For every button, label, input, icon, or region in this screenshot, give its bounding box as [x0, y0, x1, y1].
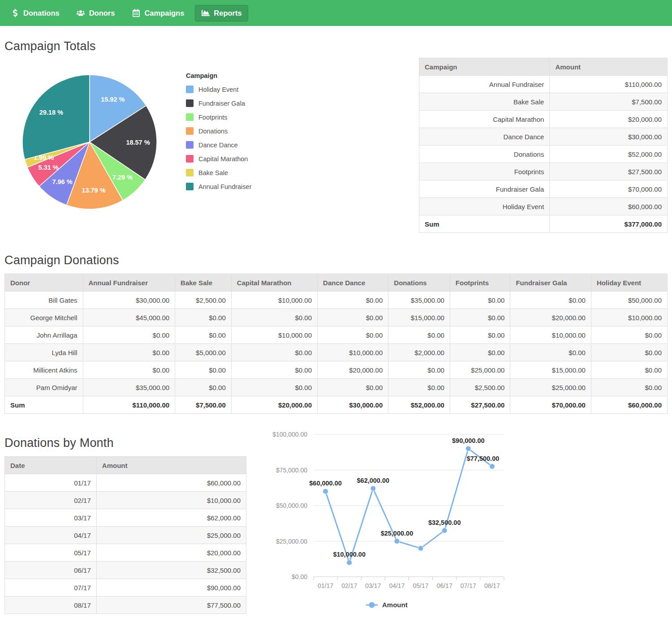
table-cell: $0.00 — [591, 326, 667, 344]
data-label: $25,000.00 — [381, 530, 414, 537]
table-cell: $0.00 — [450, 326, 510, 344]
data-label: $77,500.00 — [467, 455, 500, 462]
legend-swatch — [186, 141, 194, 149]
x-axis-label: 07/17 — [461, 582, 476, 589]
legend-item-dance-dance[interactable]: Dance Dance — [186, 141, 252, 149]
donations-by-month-title: Donations by Month — [4, 436, 246, 450]
table-cell: $2,500.00 — [450, 379, 510, 396]
column-header-date: Date — [5, 457, 97, 474]
table-cell: $7,500.00 — [175, 396, 232, 414]
pie-slice-label: 29.18 % — [39, 109, 63, 116]
data-point-07-17[interactable] — [465, 446, 471, 451]
table-row: 03/17$62,000.00 — [5, 509, 246, 527]
nav-item-donors[interactable]: Donors — [70, 5, 121, 21]
data-label: $90,000.00 — [452, 437, 485, 444]
table-cell: Holiday Event — [419, 198, 550, 215]
legend-swatch — [186, 183, 194, 190]
table-row: 06/17$32,500.00 — [5, 562, 246, 579]
table-row: 08/17$77,500.00 — [5, 596, 246, 614]
table-cell: 03/17 — [5, 509, 97, 527]
legend-item-capital-marathon[interactable]: Capital Marathon — [186, 155, 252, 163]
table-cell: $2,000.00 — [388, 344, 450, 361]
line-legend-marker-dot — [369, 602, 375, 608]
table-cell: Dance Dance — [419, 128, 550, 146]
table-cell: $32,500.00 — [96, 562, 246, 579]
legend-swatch — [186, 155, 194, 163]
dollar-icon — [11, 9, 19, 17]
table-cell: 06/17 — [5, 562, 97, 579]
campaign-donations-table: DonorAnnual FundraiserBake SaleCapital M… — [4, 274, 668, 414]
legend-item-annual-fundraiser[interactable]: Annual Fundraiser — [186, 183, 252, 190]
data-point-02-17[interactable] — [347, 560, 352, 565]
data-point-01-17[interactable] — [323, 489, 328, 494]
table-cell: $25,000.00 — [450, 361, 510, 379]
y-axis-label: $100,000.00 — [272, 431, 307, 438]
area-chart-icon — [201, 9, 210, 17]
legend-label: Annual Fundraiser — [198, 183, 252, 190]
table-cell: $10,000.00 — [231, 326, 317, 344]
legend-item-donations[interactable]: Donations — [186, 127, 252, 135]
table-cell: $35,000.00 — [83, 379, 175, 396]
table-cell: John Arrillaga — [5, 326, 83, 344]
table-row: Millicent Atkins$0.00$0.00$0.00$20,000.0… — [5, 361, 668, 379]
table-cell: $0.00 — [175, 361, 232, 379]
legend-item-footprints[interactable]: Footprints — [186, 113, 252, 121]
legend-item-holiday-event[interactable]: Holiday Event — [186, 86, 252, 93]
table-cell: $110,000.00 — [550, 76, 668, 93]
table-cell: $0.00 — [318, 309, 388, 326]
pie-slice-label: 5.31 % — [39, 164, 59, 171]
legend-swatch — [186, 169, 194, 176]
table-cell: $7,500.00 — [550, 93, 668, 111]
sum-label: Sum — [419, 215, 550, 233]
table-cell: $27,500.00 — [550, 163, 668, 180]
legend-swatch — [186, 113, 194, 121]
table-cell: $62,000.00 — [96, 509, 246, 527]
table-cell: Donations — [419, 146, 550, 163]
table-cell: $52,000.00 — [388, 396, 450, 414]
data-point-06-17[interactable] — [442, 528, 447, 533]
nav-item-donations[interactable]: Donations — [4, 5, 66, 21]
table-cell: Sum — [5, 396, 83, 414]
donations-by-month-section: Donations by Month Date Amount 01/17$60,… — [4, 436, 668, 622]
data-label: $60,000.00 — [309, 480, 342, 487]
campaign-donations-title: Campaign Donations — [4, 253, 668, 267]
legend-swatch — [186, 86, 194, 93]
sum-value: $377,000.00 — [550, 215, 668, 233]
table-cell: $10,000.00 — [318, 344, 388, 361]
y-axis-label: $0.00 — [292, 573, 307, 580]
data-point-05-17[interactable] — [418, 545, 423, 551]
pie-slice-label: 15.92 % — [101, 96, 125, 103]
table-cell: $0.00 — [450, 292, 510, 309]
legend-item-fundraiser-gala[interactable]: Fundraiser Gala — [186, 99, 252, 107]
data-point-08-17[interactable] — [489, 464, 495, 469]
column-header: Donor — [5, 274, 83, 292]
pie-slice-label: 13.79 % — [82, 187, 105, 194]
table-cell: $25,000.00 — [96, 527, 246, 544]
line-legend-label[interactable]: Amount — [382, 601, 408, 609]
legend-label: Donations — [198, 128, 228, 135]
pie-slice-label: 18.57 % — [126, 139, 150, 146]
table-cell: $52,000.00 — [550, 146, 668, 163]
legend-label: Holiday Event — [198, 86, 238, 93]
data-label: $62,000.00 — [357, 477, 390, 484]
nav-item-reports[interactable]: Reports — [195, 5, 248, 21]
table-cell: $10,000.00 — [510, 326, 591, 344]
table-cell: $0.00 — [231, 309, 317, 326]
data-point-04-17[interactable] — [394, 539, 400, 544]
data-point-03-17[interactable] — [370, 486, 376, 491]
table-cell: $27,500.00 — [450, 396, 510, 414]
column-header-campaign: Campaign — [419, 58, 550, 76]
table-cell: $0.00 — [318, 379, 388, 396]
table-cell: Bill Gates — [5, 292, 83, 309]
table-cell: $0.00 — [591, 379, 667, 396]
x-axis-label: 01/17 — [318, 582, 333, 589]
legend-item-bake-sale[interactable]: Bake Sale — [186, 169, 252, 176]
table-cell: $0.00 — [591, 361, 667, 379]
nav-item-label: Campaigns — [144, 9, 184, 17]
table-cell: 08/17 — [5, 596, 97, 614]
calendar-icon — [132, 9, 140, 17]
table-cell: $0.00 — [450, 309, 510, 326]
x-axis-label: 05/17 — [413, 582, 429, 589]
nav-item-campaigns[interactable]: Campaigns — [125, 5, 190, 21]
table-cell: 02/17 — [5, 492, 97, 509]
